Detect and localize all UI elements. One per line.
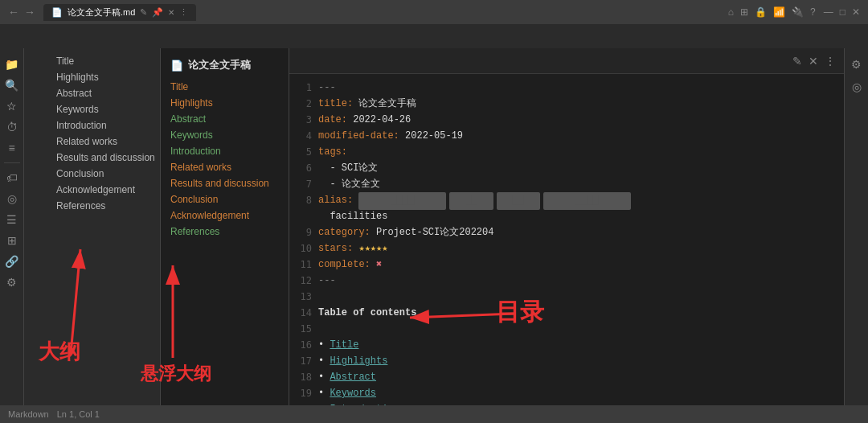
edit-icon[interactable]: ✎ (140, 7, 147, 18)
line-14: Table of contents (318, 306, 844, 322)
line-1: --- (318, 80, 844, 97)
folder-icon[interactable]: 📁 (2, 55, 22, 74)
line-11: complete: ✖ (318, 257, 844, 273)
outline-icon[interactable]: ☰ (3, 210, 20, 229)
title-bar: ← → 📄 论文全文手稿.md ✎ 📌 ✕ ⋮ ⌂ ⊞ 🔒 📶 🔌 ? — □ … (0, 0, 868, 24)
status-text: Markdown (8, 409, 49, 419)
floating-item-conclusion[interactable]: Conclusion (161, 191, 289, 207)
floating-item-related-works[interactable]: Related works (161, 159, 289, 175)
floating-outline-title: 论文全文手稿 (188, 58, 251, 72)
line-5: tags: (318, 145, 844, 161)
status-bar: Markdown Ln 1, Col 1 (0, 405, 868, 423)
search-icon[interactable]: 🔍 (2, 76, 22, 95)
maximize-button[interactable]: □ (840, 6, 845, 18)
line-2: title: 论文全文手稿 (318, 97, 844, 113)
more-icon[interactable]: ⋮ (825, 55, 836, 68)
tab-actions: ⌂ ⊞ 🔒 📶 🔌 ? (728, 6, 816, 18)
annotation-fufu-dagong: 悬浮大纲 (141, 362, 211, 386)
outline-item-conclusion[interactable]: Conclusion (48, 166, 160, 182)
line-15 (318, 322, 844, 338)
outline-item-acknowledgement[interactable]: Acknowledgement (48, 182, 160, 198)
outline-item-abstract[interactable]: Abstract (48, 85, 160, 101)
editor-area: ✎ ✕ ⋮ 12345 6789 1011121314 1516171819 2… (289, 48, 844, 423)
annotation-mulu: 目录 (496, 296, 544, 329)
outline-item-highlights[interactable]: Highlights (48, 69, 160, 85)
right-sidebar: ⚙ ◎ (844, 48, 868, 423)
star-icon[interactable]: ☆ (3, 97, 20, 116)
tab-label: 论文全文手稿.md (68, 6, 135, 18)
minimize-button[interactable]: — (824, 6, 833, 18)
line-7: - 论文全文 (318, 177, 844, 193)
edit-toolbar-icon[interactable]: ✎ (792, 55, 802, 68)
outline-item-title[interactable]: Title (48, 53, 160, 69)
close-editor-icon[interactable]: ✕ (809, 55, 818, 68)
icon-sidebar: 📁 🔍 ☆ ⏱ ≡ 🏷 ◎ ☰ ⊞ 🔗 ⚙ ✦ ? (0, 48, 24, 423)
floating-item-acknowledgement[interactable]: Acknowledgement (161, 207, 289, 224)
settings-icon[interactable]: ⚙ (3, 273, 20, 292)
floating-item-title[interactable]: Title (161, 79, 289, 95)
line-17: • Highlights (318, 354, 844, 370)
floating-item-abstract[interactable]: Abstract (161, 111, 289, 127)
code-content: --- title: 论文全文手稿 date: 2022-04-26 modif… (318, 74, 844, 423)
floating-item-results[interactable]: Results and discussion (161, 175, 289, 191)
line-18: • Abstract (318, 370, 844, 386)
line-19: • Keywords (318, 386, 844, 402)
nav-buttons: ← → (8, 6, 35, 18)
outline-item-keywords[interactable]: Keywords (48, 101, 160, 117)
line-9: category: Project-SCI论文202204 (318, 225, 844, 241)
right-icon-1[interactable]: ⚙ (848, 55, 865, 74)
window-controls: — □ ✕ (824, 6, 860, 18)
layout-icon[interactable]: ⊞ (740, 6, 748, 18)
tab-bar: 📄 论文全文手稿.md ✎ 📌 ✕ ⋮ (43, 4, 728, 21)
floating-outline-header: 📄 论文全文手稿 (161, 55, 289, 79)
line-16: • Title (318, 338, 844, 354)
line-4: modified-date: 2022-05-19 (318, 129, 844, 145)
link-icon[interactable]: 🔗 (2, 252, 22, 271)
close-button[interactable]: ✕ (852, 6, 860, 18)
line-6: - SCI论文 (318, 161, 844, 177)
line-8b: facilities (318, 209, 844, 225)
line-8: alias: ████████████ (318, 193, 844, 209)
menu-icon[interactable]: ≡ (5, 138, 18, 158)
line-10: stars: ★★★★★ (318, 241, 844, 257)
pin-icon[interactable]: 📌 (152, 7, 163, 18)
outline-item-references[interactable]: References (48, 198, 160, 214)
line-3: date: 2022-04-26 (318, 113, 844, 129)
floating-item-references[interactable]: References (161, 224, 289, 240)
outline-item-related-works[interactable]: Related works (48, 133, 160, 150)
lock-icon[interactable]: 🔒 (755, 6, 767, 18)
outline-item-introduction[interactable]: Introduction (48, 117, 160, 133)
line-12: --- (318, 273, 844, 290)
floating-item-keywords[interactable]: Keywords (161, 127, 289, 143)
doc-icon: 📄 (170, 60, 183, 72)
plugin-icon[interactable]: 🔌 (792, 6, 804, 18)
line-numbers: 12345 6789 1011121314 1516171819 2021222… (289, 74, 318, 423)
help-icon[interactable]: ? (810, 6, 816, 18)
file-icon: 📄 (51, 7, 63, 18)
forward-button[interactable]: → (24, 6, 35, 18)
back-button[interactable]: ← (8, 6, 19, 18)
home-icon[interactable]: ⌂ (728, 6, 734, 18)
graph-icon[interactable]: ◎ (4, 189, 20, 208)
cursor-pos: Ln 1, Col 1 (57, 409, 100, 419)
wifi-icon[interactable]: 📶 (773, 6, 785, 18)
line-13 (318, 290, 844, 306)
tag-icon[interactable]: 🏷 (3, 168, 21, 187)
tab-close-button[interactable]: ✕ (168, 8, 174, 17)
active-tab[interactable]: 📄 论文全文手稿.md ✎ 📌 ✕ ⋮ (43, 4, 196, 21)
tab-menu-icon[interactable]: ⋮ (179, 7, 188, 18)
floating-item-highlights[interactable]: Highlights (161, 95, 289, 111)
outline-item-results[interactable]: Results and discussion (48, 150, 160, 166)
editor-content: 12345 6789 1011121314 1516171819 2021222… (289, 74, 844, 423)
grid-icon[interactable]: ⊞ (4, 231, 20, 250)
annotation-dagong: 大纲 (39, 338, 80, 366)
right-icon-2[interactable]: ◎ (849, 77, 865, 97)
editor-toolbar: ✎ ✕ ⋮ (289, 48, 844, 74)
history-icon[interactable]: ⏱ (3, 117, 21, 137)
floating-item-introduction[interactable]: Introduction (161, 143, 289, 159)
